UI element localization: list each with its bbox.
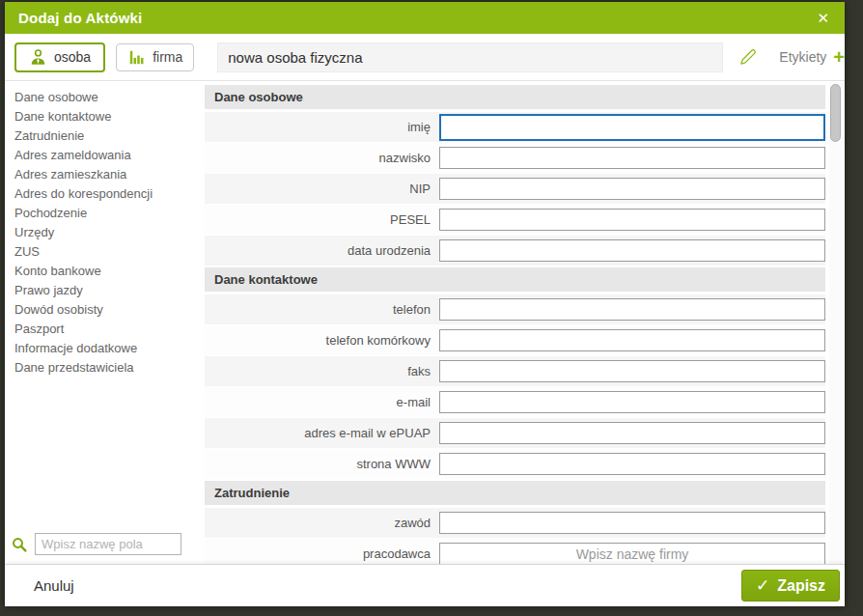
field-label: zawód [205, 516, 439, 530]
field-input[interactable] [439, 512, 825, 534]
sidebar-item[interactable]: Informacje dodatkowe [5, 339, 205, 358]
field-input[interactable] [439, 422, 825, 444]
sidebar-item[interactable]: Adres do korespondencji [5, 184, 205, 204]
form-field-row: nazwisko [205, 143, 825, 173]
factory-icon [127, 48, 146, 67]
field-input[interactable] [439, 147, 825, 169]
form-field-row: zawód [205, 508, 825, 538]
save-label: Zapisz [777, 577, 825, 595]
field-input[interactable] [439, 543, 825, 564]
labels-label: Etykiety [779, 49, 826, 65]
field-input[interactable] [439, 453, 825, 475]
person-icon [29, 48, 47, 67]
sidebar-item[interactable]: Dane osobowe [5, 88, 205, 107]
section-header: Dane kontaktowe [205, 267, 825, 292]
firma-label: firma [153, 49, 182, 65]
field-input[interactable] [439, 239, 825, 262]
form-content: Dane osobowe imię nazwisko NIP PESEL dat… [205, 81, 845, 564]
dialog-titlebar: Dodaj do Aktówki ✕ [5, 2, 845, 34]
sidebar-item[interactable]: Pochodzenie [5, 204, 205, 223]
field-label: data urodzenia [205, 243, 439, 258]
labels-button[interactable]: Etykiety + [779, 47, 845, 67]
field-label: PESEL [205, 212, 439, 227]
dialog-title: Dodaj do Aktówki [18, 10, 142, 26]
field-input[interactable] [439, 114, 825, 141]
cancel-button[interactable]: Anuluj [34, 577, 74, 594]
field-input[interactable] [439, 360, 825, 382]
field-label: strona WWW [205, 457, 439, 471]
field-label: e-mail [205, 395, 439, 409]
form-field-row: faks [205, 356, 825, 386]
sidebar-item[interactable]: Konto bankowe [5, 262, 205, 281]
sidebar-item[interactable]: Dane przedstawiciela [5, 358, 205, 378]
field-input[interactable] [439, 329, 825, 351]
field-input[interactable] [439, 209, 825, 231]
field-input[interactable] [439, 178, 825, 200]
field-label: nazwisko [205, 151, 439, 165]
close-icon[interactable]: ✕ [813, 9, 833, 27]
add-label-icon: + [833, 47, 845, 67]
section-header: Dane osobowe [205, 85, 825, 109]
form-field-row: adres e-mail w ePUAP [205, 418, 825, 448]
field-label: pracodawca [205, 546, 439, 561]
form-field-row: e-mail [205, 387, 825, 417]
field-label: faks [205, 364, 439, 378]
form-field-row: strona WWW [205, 449, 825, 479]
osoba-toggle-button[interactable]: osoba [14, 42, 105, 72]
scrollbar-track[interactable] [829, 82, 843, 564]
entity-type-toolbar: osoba firma Etykiety + [5, 34, 845, 81]
scrollbar-thumb[interactable] [830, 84, 841, 142]
field-label: telefon [205, 302, 439, 317]
form-field-row: pracodawca [205, 539, 825, 564]
field-label: imię [205, 120, 439, 134]
field-label: adres e-mail w ePUAP [205, 426, 439, 440]
form-section: Dane kontaktowe telefon telefon komórkow… [205, 267, 825, 479]
edit-pencil-icon[interactable] [738, 46, 759, 68]
search-icon [11, 536, 28, 553]
dialog-body: Dane osoboweDane kontaktoweZatrudnienieA… [5, 81, 845, 564]
sidebar-item[interactable]: Paszport [5, 320, 205, 339]
field-search-input[interactable] [35, 533, 181, 555]
form-field-row: telefon [205, 294, 825, 324]
dialog-footer: Anuluj ✓ Zapisz [5, 564, 845, 606]
sidebar-item[interactable]: Prawo jazdy [5, 281, 205, 300]
sidebar-item[interactable]: Dowód osobisty [5, 300, 205, 320]
field-input[interactable] [439, 391, 825, 413]
entity-name-input[interactable] [217, 42, 723, 72]
field-search-row [11, 533, 181, 555]
field-label: NIP [205, 182, 439, 196]
sidebar-item[interactable]: Dane kontaktowe [5, 107, 205, 126]
form-field-row: NIP [205, 174, 825, 204]
field-label: telefon komórkowy [205, 333, 439, 348]
section-sidebar: Dane osoboweDane kontaktoweZatrudnienieA… [5, 81, 205, 564]
form-field-row: telefon komórkowy [205, 325, 825, 355]
form-section: Dane osobowe imię nazwisko NIP PESEL dat… [205, 85, 825, 266]
form-section: Zatrudnienie zawód pracodawca [205, 481, 825, 564]
osoba-label: osoba [54, 49, 91, 65]
save-button[interactable]: ✓ Zapisz [741, 570, 840, 602]
field-input[interactable] [439, 298, 825, 321]
form-field-row: data urodzenia [205, 236, 825, 266]
firma-toggle-button[interactable]: firma [116, 43, 194, 71]
sidebar-item[interactable]: Adres zamieszkania [5, 165, 205, 184]
sidebar-item[interactable]: ZUS [5, 242, 205, 262]
check-icon: ✓ [756, 577, 769, 594]
form-field-row: imię [205, 112, 825, 142]
sidebar-item[interactable]: Adres zameldowania [5, 146, 205, 165]
dodaj-do-aktowki-dialog: Dodaj do Aktówki ✕ osoba [5, 2, 845, 606]
section-nav-list: Dane osoboweDane kontaktoweZatrudnienieA… [5, 88, 205, 378]
form-field-row: PESEL [205, 205, 825, 235]
sidebar-item[interactable]: Zatrudnienie [5, 126, 205, 146]
section-header: Zatrudnienie [205, 481, 825, 505]
sidebar-item[interactable]: Urzędy [5, 223, 205, 242]
